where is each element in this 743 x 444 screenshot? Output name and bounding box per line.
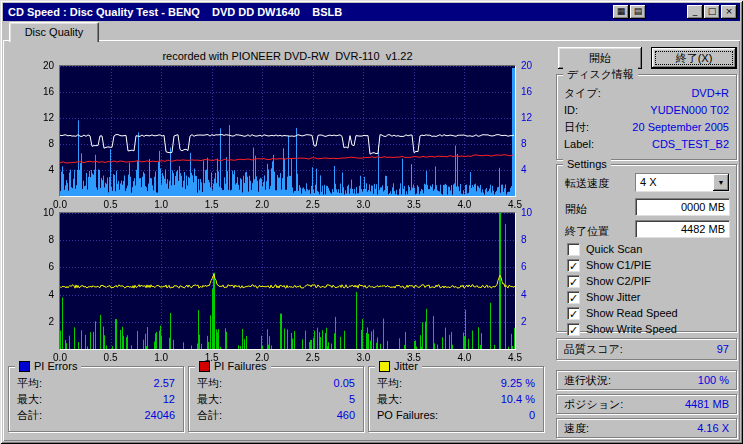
position-box: ポジション: 4481 MB: [556, 394, 737, 414]
show-read-speed-checkbox[interactable]: ✓: [567, 307, 580, 320]
end-position-field[interactable]: [635, 220, 730, 238]
disc-info-row: Label:CDS_TEST_B2: [557, 136, 736, 153]
app-window: CD Speed : Disc Quality Test - BENQ DVD …: [0, 0, 743, 444]
show-write-speed-checkbox[interactable]: ✓: [567, 323, 580, 336]
settings-title: Settings: [563, 157, 611, 171]
close-button[interactable]: ×: [721, 5, 737, 19]
window-title: CD Speed : Disc Quality Test - BENQ DVD …: [8, 6, 342, 18]
pi-failures-jitter-chart: [59, 212, 516, 350]
disc-info-row: ID:YUDEN000 T02: [557, 102, 736, 119]
minimize-button[interactable]: _: [687, 5, 703, 19]
show-jitter-checkbox-row[interactable]: ✓ Show Jitter: [567, 289, 730, 305]
titlebar-buttons: ▦ ▤ _ □ ×: [613, 5, 740, 19]
show-c2-pif-checkbox-row[interactable]: ✓ Show C2/PIF: [567, 273, 730, 289]
start-position-field[interactable]: [635, 198, 730, 216]
maximize-button[interactable]: □: [704, 5, 720, 19]
settings-group: Settings 転送速度 4 X ▼ 開始 終了位置 Quick Scan ✓…: [556, 164, 737, 332]
show-c2-pif-checkbox[interactable]: ✓: [567, 275, 580, 288]
show-read-speed-checkbox-row[interactable]: ✓ Show Read Speed: [567, 305, 730, 321]
title-bar[interactable]: CD Speed : Disc Quality Test - BENQ DVD …: [3, 3, 740, 21]
pi-errors-chart-canvas: [60, 66, 515, 196]
start-position-label: 開始: [565, 202, 587, 217]
pi-failures-stats-title: PI Failures: [214, 359, 267, 373]
chevron-down-icon[interactable]: ▼: [713, 174, 729, 191]
quality-score-label: 品質スコア:: [564, 342, 623, 357]
show-write-speed-checkbox-row[interactable]: ✓ Show Write Speed: [567, 321, 730, 337]
transfer-speed-value: 4 X: [636, 174, 713, 191]
disc-info-row: タイプ:DVD+R: [557, 85, 736, 102]
pi-failures-stats-group: PI Failures 平均:0.05 最大:5 合計:460: [188, 366, 364, 432]
transfer-speed-select[interactable]: 4 X ▼: [635, 173, 730, 192]
disc-info-group: ディスク情報 タイプ:DVD+R ID:YUDEN000 T02 日付:20 S…: [556, 74, 737, 160]
quality-score-value: 97: [717, 343, 729, 355]
pi-errors-chart: [59, 65, 516, 197]
titlebar-tool1-icon[interactable]: ▦: [613, 5, 629, 19]
transfer-speed-label: 転送速度: [565, 176, 609, 191]
speed-box: 速度: 4.16 X: [556, 418, 737, 438]
disc-info-row: 日付:20 September 2005: [557, 119, 736, 136]
progress-box: 進行状況: 100 %: [556, 370, 737, 390]
pi-failures-legend-icon: [199, 361, 210, 372]
jitter-stats-group: Jitter 平均:9.25 % 最大:10.4 % PO Failures:0: [368, 366, 544, 432]
exit-button[interactable]: 終了(X): [651, 47, 737, 69]
jitter-legend-icon: [379, 361, 390, 372]
end-position-label: 終了位置: [565, 224, 609, 239]
quick-scan-checkbox[interactable]: [567, 243, 580, 256]
disc-info-title: ディスク情報: [563, 67, 638, 81]
quality-score-box: 品質スコア: 97: [556, 338, 737, 360]
pi-errors-stats-title: PI Errors: [34, 359, 77, 373]
show-c1-pie-checkbox-row[interactable]: ✓ Show C1/PIE: [567, 257, 730, 273]
pi-errors-stats-group: PI Errors 平均:2.57 最大:12 合計:24046: [8, 366, 184, 432]
show-c1-pie-checkbox[interactable]: ✓: [567, 259, 580, 272]
jitter-stats-title: Jitter: [394, 359, 418, 373]
pi-errors-legend-icon: [19, 361, 30, 372]
chart-recorded-with-label: recorded with PIONEER DVD-RW DVR-110 v1.…: [59, 50, 516, 62]
tab-disc-quality[interactable]: Disc Quality: [9, 22, 99, 42]
show-jitter-checkbox[interactable]: ✓: [567, 291, 580, 304]
quick-scan-checkbox-row[interactable]: Quick Scan: [567, 241, 730, 257]
pi-failures-jitter-chart-canvas: [60, 213, 515, 349]
start-button[interactable]: 開始: [558, 47, 642, 69]
titlebar-tool2-icon[interactable]: ▤: [630, 5, 646, 19]
